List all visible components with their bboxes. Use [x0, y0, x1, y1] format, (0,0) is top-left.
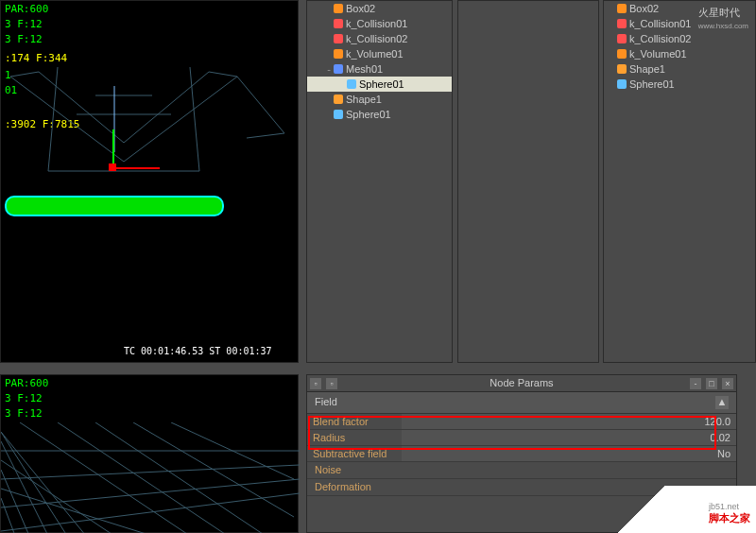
vp-par: PAR:600	[5, 3, 48, 15]
svg-line-15	[1, 460, 114, 533]
node-type-icon	[334, 4, 343, 13]
param-name: Subtractive field	[307, 446, 402, 461]
scene-tree-left[interactable]: Box02k_Collision01k_Collision02k_Volume0…	[306, 0, 453, 363]
tree-item-label: k_Collision01	[346, 18, 407, 29]
svg-line-17	[20, 422, 190, 533]
wireframe-mesh-2	[1, 422, 300, 533]
gizmo-y-axis[interactable]	[112, 129, 114, 167]
tree-item-label: k_Collision01	[629, 18, 691, 29]
node-type-icon	[617, 34, 627, 43]
gizmo-x-axis[interactable]	[112, 167, 160, 169]
node-type-icon	[617, 64, 627, 74]
tree-item-label: Shape1	[629, 63, 665, 75]
svg-line-14	[1, 432, 86, 533]
scroll-up-icon[interactable]: ▲	[715, 396, 729, 409]
tree-item-mesh01[interactable]: -Mesh01	[307, 61, 452, 77]
node-type-icon	[617, 19, 627, 28]
vp-f1: 3 F:12	[5, 18, 43, 30]
gizmo-origin[interactable]	[109, 163, 116, 171]
svg-line-0	[10, 77, 124, 162]
svg-line-23	[1, 465, 300, 479]
fluid-object	[5, 196, 224, 216]
param-value[interactable]: 0.02	[402, 430, 736, 445]
svg-line-4	[48, 67, 58, 171]
param-row-radius[interactable]: Radius0.02	[307, 430, 736, 446]
tree-item-k_volume01[interactable]: k_Volume01	[604, 46, 755, 61]
param-row-blend-factor[interactable]: Blend factor120.0	[307, 414, 736, 430]
tree-item-shape1[interactable]: Shape1	[604, 61, 755, 77]
field-label: Field	[315, 396, 337, 409]
timecode: TC 00:01:46.53 ST 00:01:37	[124, 346, 272, 356]
svg-line-7	[209, 72, 237, 77]
node-type-icon	[334, 19, 343, 28]
svg-line-20	[133, 422, 294, 517]
expand-icon[interactable]: -	[324, 63, 334, 75]
node-type-icon	[617, 79, 627, 89]
node-type-icon	[617, 4, 627, 13]
tree-item-label: Sphere01	[359, 78, 404, 90]
node-type-icon	[334, 110, 343, 119]
node-type-icon	[334, 34, 343, 43]
tree-item-k_collision01[interactable]: k_Collision01	[307, 16, 452, 31]
tree-item-label: k_Volume01	[346, 48, 404, 60]
tree-item-label: Mesh01	[346, 63, 383, 75]
field-header[interactable]: Field ▲	[307, 392, 736, 414]
tree-item-label: Box02	[629, 3, 659, 14]
panel-icon-2[interactable]: ▫	[326, 378, 337, 389]
tree-item-sphere01[interactable]: Sphere01	[307, 107, 452, 122]
panel-icon-1[interactable]: ▫	[310, 378, 321, 389]
close-icon[interactable]: ×	[722, 378, 733, 389]
tree-item-label: Sphere01	[346, 109, 391, 120]
scene-tree-middle[interactable]	[457, 0, 599, 363]
node-type-icon	[334, 49, 343, 59]
svg-line-24	[1, 479, 300, 507]
maximize-icon[interactable]: □	[706, 378, 717, 389]
vp2-par: PAR:600	[5, 377, 48, 389]
tree-item-label: k_Collision02	[629, 33, 691, 44]
vp2-f2: 3 F:12	[5, 407, 43, 420]
param-name: Radius	[307, 430, 402, 445]
svg-line-1	[124, 77, 237, 162]
svg-line-8	[237, 77, 284, 133]
svg-line-18	[58, 422, 228, 533]
param-name: Blend factor	[307, 414, 402, 429]
tree-item-sphere01[interactable]: Sphere01	[604, 77, 755, 92]
node-type-icon	[334, 95, 343, 104]
tree-item-label: k_Collision02	[346, 33, 407, 44]
param-value[interactable]: No	[402, 446, 736, 461]
node-type-icon	[617, 49, 627, 59]
tree-item-k_collision02[interactable]: k_Collision02	[604, 31, 755, 46]
tree-item-label: Box02	[346, 3, 375, 14]
svg-line-19	[95, 422, 266, 533]
scene-tree-right[interactable]: Box02k_Collision01k_Collision02k_Volume0…	[603, 0, 756, 363]
tree-item-k_volume01[interactable]: k_Volume01	[307, 46, 452, 61]
tree-item-label: k_Volume01	[629, 48, 687, 60]
vp-f2: 3 F:12	[5, 33, 43, 45]
tree-item-box02[interactable]: Box02	[307, 1, 452, 16]
tree-item-sphere01[interactable]: Sphere01	[307, 77, 452, 92]
tree-item-label: Sphere01	[629, 78, 675, 90]
vp2-f1: 3 F:12	[5, 392, 43, 404]
panel-title: Node Params	[490, 377, 553, 388]
svg-line-9	[247, 133, 284, 138]
param-row-subtractive-field[interactable]: Subtractive fieldNo	[307, 446, 736, 462]
node-type-icon	[334, 64, 343, 74]
tree-item-shape1[interactable]: Shape1	[307, 92, 452, 107]
watermark-jb51: jb51.net 脚本之家	[605, 486, 756, 533]
viewport-bottom[interactable]: PAR:600 3 F:12 3 F:12	[0, 374, 299, 533]
svg-line-28	[1, 498, 15, 533]
section-noise[interactable]: Noise	[307, 462, 736, 479]
viewport-top[interactable]: PAR:600 3 F:12 3 F:12 :174 F:344 1 01 :3…	[0, 0, 299, 363]
svg-line-5	[190, 67, 199, 171]
tree-item-k_collision02[interactable]: k_Collision02	[307, 31, 452, 46]
tree-item-label: Shape1	[346, 94, 382, 105]
svg-line-25	[1, 493, 300, 531]
panel-titlebar[interactable]: ▫ ▫ Node Params - □ ×	[307, 375, 736, 392]
minimize-icon[interactable]: -	[690, 378, 701, 389]
svg-line-6	[10, 72, 39, 77]
node-type-icon	[347, 79, 356, 89]
svg-line-27	[1, 470, 29, 533]
watermark-hxsd: 火星时代 www.hxsd.com	[698, 6, 748, 30]
param-value[interactable]: 120.0	[402, 414, 736, 429]
